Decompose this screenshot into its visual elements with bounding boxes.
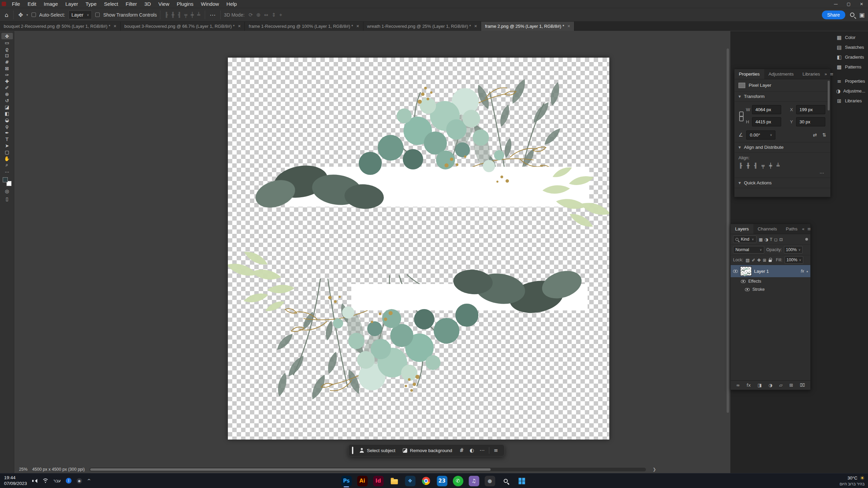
zoom-level[interactable]: 25% [19, 467, 27, 472]
lock-transparency-icon[interactable]: ▨ [745, 258, 750, 263]
select-subject-button[interactable]: Select subject [357, 446, 398, 455]
y-field[interactable]: 30 px [796, 117, 825, 126]
align-bottom-icon[interactable]: ╧ [196, 12, 201, 18]
more-options-icon[interactable]: ⋯ [477, 446, 487, 455]
bluetooth-icon[interactable]: ᛒ [66, 478, 72, 484]
tab-layers[interactable]: Layers [731, 224, 753, 234]
roll-3d-icon[interactable]: ⊕ [256, 12, 261, 18]
history-brush-tool[interactable]: ↺ [1, 97, 13, 104]
lock-artboard-icon[interactable]: ⊞ [763, 258, 767, 263]
filter-pixel-icon[interactable]: ▦ [758, 237, 763, 242]
transform-section-header[interactable]: ▼ Transform [734, 92, 830, 102]
gradient-tool[interactable]: ◧ [1, 110, 13, 117]
menu-item[interactable]: View [155, 0, 173, 8]
workspace-switcher-icon[interactable]: ▣ [859, 12, 865, 18]
adjustments-panel-button[interactable]: ◑ Adjustme... [833, 86, 868, 96]
menu-item[interactable]: Edit [24, 0, 40, 8]
collapse-panel-icon[interactable]: « [802, 226, 805, 231]
tab-libraries[interactable]: Libraries [798, 69, 825, 79]
marquee-tool[interactable]: ▭ [1, 39, 13, 46]
show-transform-checkbox[interactable] [95, 13, 100, 17]
panel-scrollbar[interactable] [827, 80, 830, 196]
tab-properties[interactable]: Properties [734, 69, 764, 79]
adjustment-layer-icon[interactable]: ◑ [769, 383, 772, 388]
collapse-panel-icon[interactable]: » [825, 72, 827, 77]
menu-item[interactable]: Layer [62, 0, 82, 8]
auto-select-checkbox[interactable] [32, 13, 36, 17]
slide-3d-icon[interactable]: ⇕ [271, 12, 277, 18]
tray-overflow-chevron-icon[interactable]: ^ [87, 478, 91, 483]
orbit-3d-icon[interactable]: ⟳ [248, 12, 254, 18]
layer-effects-icon[interactable]: fx [747, 383, 751, 388]
taskbar-start[interactable] [515, 474, 529, 488]
wifi-icon[interactable] [42, 479, 48, 483]
auto-select-target-dropdown[interactable]: Layer ∨ [68, 11, 92, 19]
taskbar-calendar[interactable]: 23 [435, 474, 449, 488]
taskbar-indesign[interactable]: Id [372, 474, 385, 488]
menu-item[interactable]: File [8, 0, 24, 8]
dolly-3d-icon[interactable]: ⌖ [279, 12, 283, 18]
layer-mask-icon[interactable]: ◨ [757, 383, 762, 388]
link-layers-icon[interactable]: ∞ [736, 383, 740, 388]
gradients-panel-button[interactable]: ◧ Gradients [833, 52, 868, 62]
align-center-h-icon[interactable]: ╫ [746, 163, 750, 169]
move-tool[interactable]: ✥ [1, 33, 13, 39]
document-tab[interactable]: frame 2.png @ 25% (Layer 1, RGB/8#) * ✕ [481, 22, 574, 31]
align-right-icon[interactable]: ╢ [753, 163, 758, 169]
menu-item[interactable]: 3D [141, 0, 155, 8]
document-tab[interactable]: wreath 1-Recovered.png @ 25% (Layer 1, R… [363, 22, 481, 31]
patterns-panel-button[interactable]: ▩ Patterns [833, 62, 868, 72]
flip-vertical-icon[interactable]: ⇅ [822, 132, 826, 138]
tab-adjustments[interactable]: Adjustments [764, 69, 798, 79]
document-tab[interactable]: bouquet 3-Recovered.png @ 66.7% (Layer 1… [121, 22, 245, 31]
menu-item[interactable]: Image [40, 0, 62, 8]
filter-shape-icon[interactable]: ◻ [774, 237, 778, 242]
home-icon[interactable]: ⌂ [3, 12, 10, 18]
layer-group-icon[interactable]: ▱ [779, 383, 783, 388]
align-bottom-icon[interactable]: ╧ [776, 163, 780, 169]
align-top-icon[interactable]: ╤ [761, 163, 765, 169]
visibility-eye-icon[interactable] [745, 288, 750, 291]
crop-icon[interactable]: # [457, 446, 467, 455]
close-button[interactable]: ✕ [855, 0, 868, 8]
taskbar-camera[interactable]: ● [483, 474, 497, 488]
quick-mask-icon[interactable]: ◎ [5, 188, 9, 194]
layer-row-selected[interactable]: Layer 1 fx ▴ [731, 265, 810, 277]
menu-item[interactable]: Plugins [173, 0, 197, 8]
delete-layer-icon[interactable]: ⌧ [800, 383, 805, 388]
quick-actions-header[interactable]: ▼ Quick Actions [734, 178, 830, 188]
filter-type-icon[interactable]: T [769, 237, 773, 242]
shape-tool[interactable]: ▢ [1, 149, 13, 155]
hand-tool[interactable]: ✋ [1, 155, 13, 162]
foreground-color-swatch[interactable] [3, 177, 8, 182]
drag-handle[interactable] [352, 447, 353, 454]
opacity-field[interactable]: 100% ∨ [784, 246, 803, 253]
vertical-scrollbar[interactable] [726, 31, 730, 465]
menu-item[interactable]: Select [100, 0, 122, 8]
taskbar-whatsapp[interactable]: ✆ [451, 474, 465, 488]
scrollbar-thumb[interactable] [90, 468, 491, 471]
taskbar-clock[interactable]: 19:44 07/09/2023 [4, 475, 27, 487]
current-tool-icon[interactable]: ✥ [17, 12, 24, 18]
menu-item[interactable]: Type [82, 0, 100, 8]
blend-mode-dropdown[interactable]: Normal ∨ [733, 246, 764, 253]
collapse-effects-icon[interactable]: ▴ [806, 269, 808, 273]
zoom-tool[interactable]: ⌕ [1, 162, 13, 168]
visibility-eye-icon[interactable] [733, 270, 738, 273]
lock-all-icon[interactable] [769, 260, 772, 262]
status-chevron-icon[interactable]: ❯ [653, 467, 656, 472]
more-options-icon[interactable]: ⋯ [209, 12, 217, 18]
align-center-h-icon[interactable]: ╫ [170, 12, 175, 18]
tab-close-icon[interactable]: ✕ [114, 24, 117, 28]
fill-field[interactable]: 100% ∨ [785, 256, 804, 264]
swatches-panel-button[interactable]: ▤ Swatches [833, 42, 868, 52]
type-tool[interactable]: T [1, 136, 13, 142]
align-middle-icon[interactable]: ╪ [768, 163, 773, 169]
menu-item[interactable]: Filter [122, 0, 141, 8]
share-button[interactable]: Share [822, 11, 845, 19]
fx-badge[interactable]: fx [801, 269, 804, 273]
rotation-field[interactable]: 0.00° ∨ [746, 130, 775, 140]
menu-item[interactable]: Help [223, 0, 241, 8]
remove-background-button[interactable]: Remove background [400, 446, 455, 455]
lock-pixels-icon[interactable]: ✐ [751, 258, 755, 263]
